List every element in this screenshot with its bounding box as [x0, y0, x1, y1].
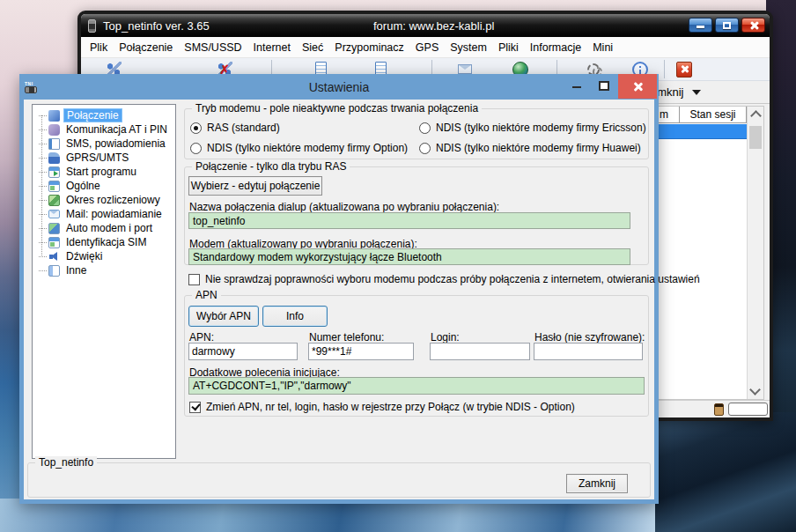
main-window-title: Top_netinfo ver. 3.65 — [103, 19, 210, 33]
maximize-button[interactable] — [715, 18, 739, 33]
at-pin-icon — [48, 124, 60, 136]
radio-ndis-ericsson[interactable]: NDIS (tylko niektóre modemy firmy Ericss… — [419, 122, 646, 134]
connection-group-title: Połączenie - tylko dla trybu RAS — [192, 160, 350, 173]
login-label: Login: — [431, 331, 460, 344]
tree-item-mail[interactable]: Mail: powiadamianie — [36, 207, 175, 221]
tree-item-okres[interactable]: Okres rozliczeniowy — [36, 193, 175, 207]
tree-item-dzwieki[interactable]: Dźwięki — [36, 249, 175, 263]
menu-polaczenie[interactable]: Połączenie — [119, 41, 173, 54]
skip-modem-check-checkbox[interactable]: Nie sprawdzaj poprawności wyboru modemu … — [188, 273, 700, 285]
tree-item-komunikacja[interactable]: Komunikacja AT i PIN — [36, 122, 175, 137]
menu-plik[interactable]: Plik — [90, 41, 107, 54]
wallpaper-bottom-right — [653, 412, 796, 532]
apn-group: APN Wybór APN Info APN: Numer telefonu: … — [184, 295, 649, 417]
maximize-icon — [723, 22, 731, 29]
column-header-stan-sesji[interactable]: Stan sesji — [680, 107, 747, 122]
tree-item-sms[interactable]: SMS, powiadomienia — [36, 137, 175, 151]
init-commands-field: AT+CGDCONT=1,"IP","darmowy" — [188, 377, 645, 395]
radio-icon — [419, 122, 431, 134]
dialog-titlebar[interactable]: TNI Ustawienia — [19, 74, 659, 100]
checkbox-checked-icon — [189, 402, 201, 413]
menu-sms-ussd[interactable]: SMS/USSD — [184, 41, 241, 54]
password-input[interactable] — [534, 343, 643, 360]
menu-system[interactable]: System — [450, 41, 487, 54]
vertical-scrollbar[interactable] — [747, 107, 763, 399]
radio-icon — [190, 122, 202, 134]
menu-siec[interactable]: Sieć — [302, 41, 323, 54]
password-label: Hasło (nie szyfrowane): — [534, 331, 645, 344]
billing-icon — [48, 195, 60, 206]
modem-mode-group: Tryb modemu - pole nieaktywne podczas tr… — [184, 108, 649, 159]
radio-ndis-huawei[interactable]: NDIS (tylko niektóre modemy firmy Huawei… — [419, 142, 641, 154]
connection-icon — [48, 110, 60, 122]
status-mini-input[interactable] — [728, 403, 768, 416]
auto-modem-icon — [48, 223, 60, 234]
settings-tree: Połączenie Komunikacja AT i PIN SMS, pow… — [32, 104, 176, 459]
chevron-down-icon — [692, 90, 701, 95]
start-icon — [48, 166, 60, 178]
tree-item-ogolne[interactable]: Ogólne — [36, 179, 175, 193]
settings-dialog: TNI Ustawienia Połączenie Komunikacja AT… — [19, 74, 659, 504]
scroll-up-icon[interactable] — [752, 110, 759, 117]
tree-item-sim[interactable]: Identyfikacja SIM — [36, 235, 175, 249]
radio-icon — [190, 143, 202, 154]
dialog-close-button[interactable] — [618, 74, 657, 99]
select-connection-button[interactable]: Wybierz - edytuj połączenie — [188, 176, 322, 196]
mail-icon[interactable] — [458, 64, 472, 74]
radio-icon — [419, 143, 431, 154]
tree-item-auto-modem[interactable]: Auto modem i port — [36, 221, 175, 235]
scroll-down-icon[interactable] — [752, 388, 759, 395]
tree-item-start[interactable]: Start programu — [36, 165, 175, 179]
apn-info-button[interactable]: Info — [262, 306, 328, 327]
menu-pliki[interactable]: Pliki — [498, 41, 519, 54]
connection-group: Połączenie - tylko dla trybu RAS Wybierz… — [184, 166, 649, 265]
main-titlebar[interactable]: Top_netinfo ver. 3.65 forum: www.bez-kab… — [81, 14, 770, 37]
other-icon — [48, 265, 60, 277]
menu-przypominacz[interactable]: Przypominacz — [335, 41, 404, 54]
sim-icon — [48, 237, 60, 248]
dialog-title: Ustawienia — [19, 80, 659, 94]
mail-icon — [48, 210, 60, 218]
zamknij-button[interactable]: Zamknij — [566, 474, 628, 493]
menu-informacje[interactable]: Informacje — [530, 41, 581, 54]
registry-apn-checkbox[interactable]: Zmień APN, nr tel, login, hasło w rejest… — [189, 401, 575, 413]
tree-item-gprs[interactable]: GPRS/UMTS — [36, 151, 175, 165]
modem-field: Standardowy modem wykorzystujący łącze B… — [188, 248, 630, 265]
general-icon — [48, 181, 60, 192]
radio-ndis-option[interactable]: NDIS (tylko niektóre modemy firmy Option… — [190, 142, 408, 154]
main-window-subtitle: forum: www.bez-kabli.pl — [373, 19, 494, 33]
menu-internet[interactable]: Internet — [254, 41, 291, 54]
minimize-icon — [696, 26, 704, 28]
dialup-name-field: top_netinfo — [188, 212, 630, 229]
phone-label: Numer telefonu: — [309, 331, 384, 344]
app-phone-icon — [88, 19, 96, 33]
sounds-icon — [48, 251, 60, 262]
checkbox-icon — [188, 274, 200, 285]
dialup-name-label: Nazwa połączenia dialup (aktualizowana p… — [189, 201, 499, 213]
apn-label: APN: — [189, 331, 214, 344]
dialog-client: Połączenie Komunikacja AT i PIN SMS, pow… — [24, 100, 654, 499]
apn-input[interactable] — [188, 343, 298, 360]
tree-item-polaczenie[interactable]: Połączenie — [36, 108, 175, 122]
toolbar-close-icon[interactable] — [676, 62, 692, 78]
dialog-minimize-button[interactable] — [572, 86, 581, 88]
battery-icon — [714, 403, 724, 416]
menu-bar: Plik Połączenie SMS/USSD Internet Sieć P… — [81, 37, 770, 58]
sms-icon — [48, 138, 60, 150]
minimize-button[interactable] — [689, 18, 712, 33]
login-input[interactable] — [430, 343, 530, 360]
menu-mini[interactable]: Mini — [593, 41, 613, 54]
phone-input[interactable] — [308, 343, 414, 360]
menu-gps[interactable]: GPS — [416, 41, 439, 54]
close-button[interactable] — [741, 18, 765, 33]
scrollbar-thumb[interactable] — [749, 126, 762, 149]
close-icon — [633, 82, 643, 92]
apn-group-title: APN — [192, 289, 221, 301]
tree-item-inne[interactable]: Inne — [36, 263, 175, 277]
radio-ras[interactable]: RAS (standard) — [190, 122, 280, 134]
modem-mode-title: Tryb modemu - pole nieaktywne podczas tr… — [192, 102, 482, 115]
gprs-icon — [48, 152, 60, 164]
dialog-maximize-button[interactable] — [599, 81, 609, 91]
dialog-status-group: Top_netinfo Zamknij — [27, 462, 651, 498]
apn-select-button[interactable]: Wybór APN — [188, 306, 259, 327]
